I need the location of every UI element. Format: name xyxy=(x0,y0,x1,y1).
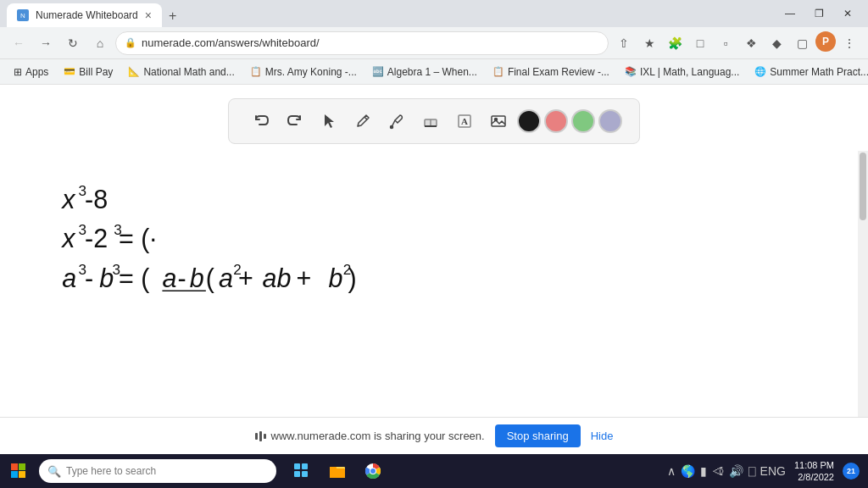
svg-text:(: ( xyxy=(206,263,214,293)
date-badge[interactable]: 21 xyxy=(843,463,860,480)
finalexam-icon: 📋 xyxy=(492,66,504,77)
sharing-message: www.numerade.com is sharing your screen. xyxy=(271,430,485,442)
bookmark-label: Final Exam Review -... xyxy=(508,66,609,78)
image-button[interactable] xyxy=(483,106,514,136)
bookmark-label: Bill Pay xyxy=(79,66,113,78)
extension-icon-3[interactable]: ❖ xyxy=(739,31,763,55)
svg-rect-39 xyxy=(11,471,18,478)
active-tab[interactable]: N Numerade Whiteboard × xyxy=(7,3,162,27)
share-icon[interactable]: ⇧ xyxy=(612,31,636,55)
svg-text:= (·: = (· xyxy=(119,224,157,253)
clock-area[interactable]: 11:08 PM 2/8/2022 xyxy=(789,458,839,485)
battery-icon[interactable]: ▮ xyxy=(700,464,707,478)
color-pink[interactable] xyxy=(544,109,568,133)
network-icon[interactable]: 🌎 xyxy=(681,464,695,478)
bookmark-national-math[interactable]: 📐 National Math and... xyxy=(121,64,241,80)
svg-point-50 xyxy=(370,469,376,474)
scrollbar-thumb[interactable] xyxy=(860,152,866,220)
chevron-up-icon[interactable]: ∧ xyxy=(667,464,676,478)
svg-text:b: b xyxy=(190,263,204,292)
math-content: x 3 -8 x 3 -2 3 = (· a 3 - b 3 = ( xyxy=(51,176,526,349)
title-bar: N Numerade Whiteboard × + — ❐ ✕ xyxy=(0,0,868,27)
start-button[interactable] xyxy=(3,456,34,486)
color-black[interactable] xyxy=(517,109,541,133)
color-green[interactable] xyxy=(571,109,595,133)
text-button[interactable]: A xyxy=(449,106,480,136)
svg-text:x: x xyxy=(60,224,76,252)
svg-rect-42 xyxy=(302,463,308,469)
chrome-button[interactable] xyxy=(356,454,390,488)
reload-button[interactable]: ↻ xyxy=(61,31,85,55)
svg-text:a: a xyxy=(62,263,76,292)
svg-rect-40 xyxy=(19,471,25,478)
whiteboard-toolbar: A xyxy=(228,98,640,144)
maximize-button[interactable]: ❐ xyxy=(805,5,832,22)
svg-text:a: a xyxy=(219,263,233,292)
new-tab-button[interactable]: + xyxy=(162,5,183,27)
tab-close-button[interactable]: × xyxy=(145,8,152,22)
stop-sharing-button[interactable]: Stop sharing xyxy=(495,424,581,447)
system-icons: ∧ 🌎 ▮ ⏿ 🔊 ⎕ ENG xyxy=(667,464,786,478)
redo-button[interactable] xyxy=(280,106,310,136)
color-purple[interactable] xyxy=(598,109,622,133)
language-icon[interactable]: ENG xyxy=(760,464,786,478)
extension-icon-2[interactable]: ▫ xyxy=(714,31,737,55)
profile-avatar[interactable]: P xyxy=(815,31,836,52)
svg-rect-37 xyxy=(11,463,18,470)
bookmark-label: IXL | Math, Languag... xyxy=(640,66,739,78)
summermath-icon: 🌐 xyxy=(754,66,766,77)
sharing-indicator: www.numerade.com is sharing your screen. xyxy=(255,430,485,442)
taskbar-right: ∧ 🌎 ▮ ⏿ 🔊 ⎕ ENG 11:08 PM 2/8/2022 21 xyxy=(667,458,865,485)
tools-button[interactable] xyxy=(381,106,412,136)
keyboard-icon[interactable]: ⎕ xyxy=(748,464,755,478)
billpay-icon: 💳 xyxy=(64,66,75,77)
undo-button[interactable] xyxy=(246,106,276,136)
svg-text:): ) xyxy=(348,263,356,293)
power-icon[interactable]: ⏿ xyxy=(712,464,724,478)
scrollbar[interactable] xyxy=(858,151,868,417)
back-button[interactable]: ← xyxy=(7,31,31,55)
svg-text:-: - xyxy=(85,263,93,292)
draw-button[interactable] xyxy=(348,106,378,136)
select-button[interactable] xyxy=(314,106,344,136)
svg-rect-43 xyxy=(294,471,300,477)
svg-text:-2: -2 xyxy=(85,224,108,252)
volume-icon[interactable]: 🔊 xyxy=(729,464,743,478)
forward-button[interactable]: → xyxy=(34,31,58,55)
address-text: numerade.com/answers/whiteboard/ xyxy=(142,36,599,49)
menu-icon[interactable]: ⋮ xyxy=(837,31,861,55)
screenshare-icon[interactable]: ▢ xyxy=(790,31,814,55)
file-explorer-button[interactable] xyxy=(320,454,354,488)
tab-area: N Numerade Whiteboard × + xyxy=(7,0,773,27)
bookmark-final-exam[interactable]: 📋 Final Exam Review -... xyxy=(486,64,616,80)
bookmark-ixl[interactable]: 📚 IXL | Math, Languag... xyxy=(618,64,746,80)
bookmark-amy-koning[interactable]: 📋 Mrs. Amy Koning -... xyxy=(243,64,364,80)
eraser-button[interactable] xyxy=(415,106,446,136)
svg-text:= (: = ( xyxy=(119,263,149,293)
svg-text:x: x xyxy=(60,185,76,214)
hide-button[interactable]: Hide xyxy=(591,430,614,442)
home-button[interactable]: ⌂ xyxy=(88,31,112,55)
nationalmath-icon: 📐 xyxy=(128,66,140,77)
sharing-bars-icon xyxy=(255,431,266,441)
bookmark-billpay[interactable]: 💳 Bill Pay xyxy=(57,64,120,80)
algebra-icon: 🔤 xyxy=(372,66,384,77)
minimize-button[interactable]: — xyxy=(776,5,804,22)
extensions-puzzle-icon[interactable]: 🧩 xyxy=(663,31,687,55)
bookmark-apps[interactable]: ⊞ Apps xyxy=(7,64,55,80)
tab-favicon: N xyxy=(17,9,29,21)
apps-icon: ⊞ xyxy=(14,66,22,78)
search-box[interactable]: 🔍 Type here to search xyxy=(39,459,276,483)
address-bar[interactable]: 🔒 numerade.com/answers/whiteboard/ xyxy=(115,31,609,55)
clock-time: 11:08 PM xyxy=(794,459,834,471)
svg-line-0 xyxy=(364,117,367,119)
bookmark-label: Mrs. Amy Koning -... xyxy=(265,66,357,78)
bookmark-algebra[interactable]: 🔤 Algebra 1 – When... xyxy=(365,64,484,80)
taskview-button[interactable] xyxy=(285,454,319,488)
whiteboard-canvas[interactable]: x 3 -8 x 3 -2 3 = (· a 3 - b 3 = ( xyxy=(0,151,868,454)
bookmark-summer-math[interactable]: 🌐 Summer Math Pract... xyxy=(748,64,868,80)
close-button[interactable]: ✕ xyxy=(834,5,861,22)
extension-icon-4[interactable]: ◆ xyxy=(765,31,788,55)
bookmark-star-icon[interactable]: ★ xyxy=(637,31,661,55)
extension-icon-1[interactable]: □ xyxy=(688,31,712,55)
